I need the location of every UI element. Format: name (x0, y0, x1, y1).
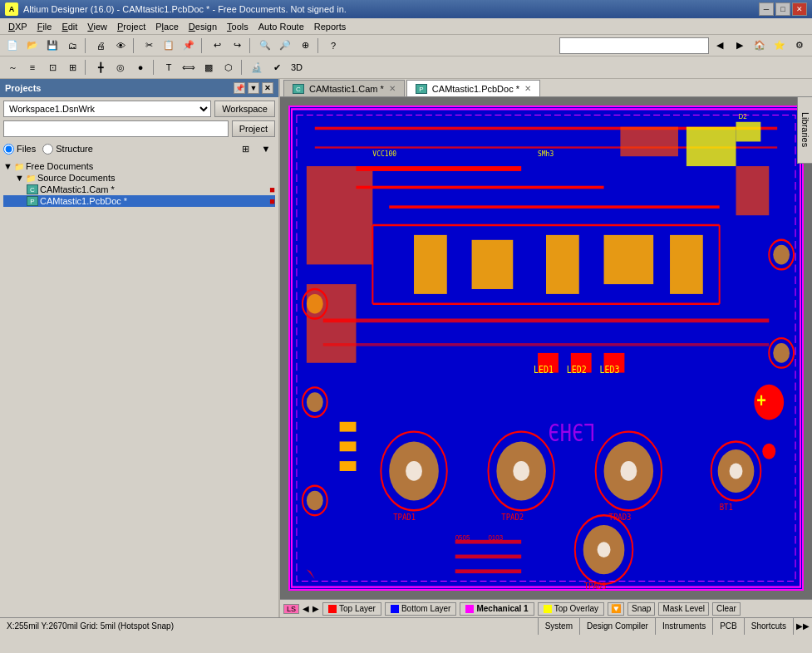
svg-rect-19 (546, 235, 579, 294)
layer-scroll-right[interactable]: ▶ (312, 604, 319, 613)
inspect-btn[interactable]: 🔬 (248, 59, 266, 76)
zoom-in-btn[interactable]: 🔍 (256, 37, 274, 54)
text-btn[interactable]: T (160, 59, 178, 76)
sep1 (85, 38, 88, 53)
panel-pin-btn[interactable]: 📌 (234, 82, 245, 94)
status-shortcuts[interactable]: Shortcuts (744, 618, 793, 635)
new-btn[interactable]: 📄 (3, 37, 22, 54)
menu-design[interactable]: Design (184, 20, 222, 33)
menu-place[interactable]: Place (150, 20, 184, 33)
help-btn[interactable]: ? (324, 37, 342, 54)
paste-btn[interactable]: 📌 (180, 37, 198, 54)
drc-btn[interactable]: ✔ (268, 59, 286, 76)
tab-cam-close[interactable]: ✕ (389, 84, 396, 93)
svg-text:LED3: LED3 (600, 364, 620, 376)
preview-btn[interactable]: 👁 (111, 37, 130, 54)
svg-rect-4 (307, 166, 372, 264)
svg-text:D2: D2 (738, 112, 746, 121)
dim-btn[interactable]: ⟺ (180, 59, 198, 76)
drc-filter-btn[interactable]: 🔽 (608, 602, 624, 616)
layer-scroll-left[interactable]: ◀ (303, 604, 309, 613)
save-all-btn[interactable]: 🗂 (63, 37, 81, 54)
snap-button[interactable]: Snap (627, 602, 655, 616)
panel-menu-btn[interactable]: ▼ (248, 82, 259, 94)
pcb-file-label: CAMtastic1.PcbDoc * (40, 196, 127, 206)
menu-tools[interactable]: Tools (222, 20, 253, 33)
fill-btn[interactable]: ▩ (199, 59, 218, 76)
workspace-button[interactable]: Workspace (214, 101, 275, 117)
zoom-out-btn[interactable]: 🔎 (276, 37, 294, 54)
open-btn[interactable]: 📂 (23, 37, 42, 54)
structure-radio[interactable] (42, 144, 53, 155)
workspace-row: Workspace1.DsnWrk Workspace (3, 101, 275, 117)
copy-btn[interactable]: 📋 (160, 37, 178, 54)
menu-edit[interactable]: Edit (57, 20, 82, 33)
menu-reports[interactable]: Reports (309, 20, 352, 33)
mask-level-button[interactable]: Mask Level (658, 602, 709, 616)
comp-btn[interactable]: ⊡ (43, 59, 62, 76)
pad-btn[interactable]: ● (131, 59, 150, 76)
cut-btn[interactable]: ✂ (140, 37, 158, 54)
topoverlay-layer-chip[interactable]: Top Overlay (538, 602, 604, 616)
tree-icon-btn2[interactable]: ▼ (257, 140, 275, 157)
wire-btn[interactable]: ～ (3, 59, 22, 76)
bottom-layer-chip[interactable]: Bottom Layer (385, 602, 456, 616)
libraries-panel-tab[interactable]: Libraries (797, 97, 812, 164)
status-pcb[interactable]: PCB (712, 618, 744, 635)
nav-input[interactable] (559, 37, 709, 54)
nav-home-btn[interactable]: 🏠 (750, 37, 769, 54)
minimize-button[interactable]: ─ (759, 2, 774, 16)
svg-point-35 (513, 461, 529, 481)
cam-file-item[interactable]: C CAMtastic1.Cam * ■ (3, 184, 275, 195)
mech1-layer-color (465, 605, 474, 613)
workspace-dropdown[interactable]: Workspace1.DsnWrk (3, 101, 211, 117)
nav-extra-btn[interactable]: ⚙ (790, 37, 809, 54)
nav-back-btn[interactable]: ◀ (711, 37, 729, 54)
menu-project[interactable]: Project (112, 20, 150, 33)
print-btn[interactable]: 🖨 (91, 37, 110, 54)
tab-pcb-close[interactable]: ✕ (524, 84, 531, 93)
free-docs-item[interactable]: ▼ 📁 Free Documents (3, 160, 275, 172)
files-radio[interactable] (3, 144, 14, 155)
project-button[interactable]: Project (232, 120, 275, 137)
tab-cam[interactable]: C CAMtastic1.Cam * ✕ (283, 80, 405, 96)
zoom-all-btn[interactable]: ⊕ (296, 37, 314, 54)
via-btn[interactable]: ◎ (111, 59, 130, 76)
status-design-compiler[interactable]: Design Compiler (579, 618, 655, 635)
undo-btn[interactable]: ↩ (208, 37, 226, 54)
route-btn[interactable]: ╋ (91, 59, 110, 76)
status-expand-btn[interactable]: ▶▶ (793, 618, 812, 635)
files-radio-label[interactable]: Files (3, 144, 36, 155)
panel-content: Workspace1.DsnWrk Workspace Project File… (0, 97, 278, 617)
menu-dxp[interactable]: DXP (3, 20, 32, 33)
structure-radio-label[interactable]: Structure (42, 144, 93, 155)
status-instruments[interactable]: Instruments (655, 618, 712, 635)
bus-btn[interactable]: ≡ (23, 59, 42, 76)
status-system[interactable]: System (538, 618, 579, 635)
menu-view[interactable]: View (82, 20, 112, 33)
source-docs-item[interactable]: ▼ 📁 Source Documents (3, 172, 275, 184)
tree-icon-btn1[interactable]: ⊞ (236, 140, 254, 157)
free-docs-label: Free Documents (26, 161, 93, 171)
project-search[interactable] (3, 120, 229, 137)
poly-btn[interactable]: ⬡ (219, 59, 238, 76)
close-button[interactable]: ✕ (792, 2, 807, 16)
clear-button[interactable]: Clear (712, 602, 741, 616)
nav-forward-btn[interactable]: ▶ (731, 37, 749, 54)
svg-rect-9 (687, 127, 736, 166)
panel-close-btn[interactable]: ✕ (262, 82, 273, 94)
menu-autoroute[interactable]: Auto Route (253, 20, 309, 33)
tab-pcb[interactable]: P CAMtastic1.PcbDoc * ✕ (406, 80, 540, 96)
menu-file[interactable]: File (32, 20, 57, 33)
pcb-canvas[interactable]: LED1 LED2 LED3 (280, 97, 812, 599)
mech1-layer-chip[interactable]: Mechanical 1 (460, 602, 534, 616)
net-btn[interactable]: ⊞ (63, 59, 81, 76)
3d-btn[interactable]: 3D (288, 59, 306, 76)
pcb-file-item[interactable]: P CAMtastic1.PcbDoc * ■ (3, 195, 275, 207)
top-layer-chip[interactable]: Top Layer (322, 602, 381, 616)
redo-btn[interactable]: ↪ (228, 37, 246, 54)
save-btn[interactable]: 💾 (43, 37, 62, 54)
nav-fav-btn[interactable]: ⭐ (770, 37, 789, 54)
maximize-button[interactable]: □ (775, 2, 790, 16)
svg-rect-66 (340, 441, 357, 451)
